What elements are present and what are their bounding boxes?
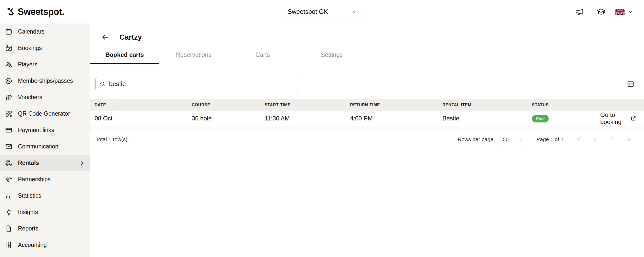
sidebar-item-memberships[interactable]: Memberships/passes bbox=[0, 73, 90, 89]
envelope-icon bbox=[5, 143, 12, 150]
tab-reservations[interactable]: Reservations bbox=[159, 51, 228, 64]
sweetspot-logo[interactable]: Sweetspot. bbox=[7, 7, 64, 17]
sidebar-item-label: Vouchers bbox=[18, 94, 42, 101]
table-header-row: DATE COURSE START TIME RETURN TIME RENTA… bbox=[90, 99, 644, 111]
search-input[interactable] bbox=[109, 80, 295, 88]
table-layout-button[interactable] bbox=[627, 80, 634, 88]
sidebar-item-label: Statistics bbox=[18, 192, 41, 199]
page-title: Cartzy bbox=[119, 33, 142, 41]
back-button[interactable] bbox=[101, 33, 109, 41]
sidebar-item-communication[interactable]: Communication bbox=[0, 138, 90, 155]
pagination-bar: Rows per page 50 Page 1 of 1 bbox=[458, 134, 634, 145]
table-bottom-strip bbox=[90, 126, 644, 130]
tab-carts[interactable]: Carts bbox=[228, 51, 297, 64]
sidebar-item-partnerships[interactable]: Partnerships bbox=[0, 171, 90, 188]
total-rows-text: Total 1 row(s). bbox=[96, 136, 129, 142]
sidebar-item-label: Reports bbox=[18, 225, 38, 232]
players-icon bbox=[5, 61, 12, 68]
announcement-icon bbox=[575, 7, 584, 16]
dots-vertical-icon[interactable] bbox=[114, 102, 120, 108]
sidebar-item-rentals[interactable]: Rentals bbox=[0, 155, 90, 171]
payment-card-icon bbox=[5, 126, 12, 134]
sidebar-item-calendars[interactable]: Calendars bbox=[0, 23, 90, 40]
next-page-icon bbox=[609, 136, 615, 143]
chevron-down-icon bbox=[628, 9, 633, 15]
booked-carts-table: DATE COURSE START TIME RETURN TIME RENTA… bbox=[90, 99, 644, 145]
organization-selector[interactable]: Sweetspot GK bbox=[282, 4, 362, 20]
previous-page-icon bbox=[592, 136, 599, 143]
first-page-button[interactable] bbox=[574, 134, 584, 144]
membership-heart-icon bbox=[5, 77, 12, 85]
sidebar-item-players[interactable]: Players bbox=[0, 56, 90, 73]
chevron-right-icon bbox=[79, 160, 85, 166]
go-to-booking-link[interactable]: Go to booking bbox=[600, 111, 636, 125]
topbar-actions bbox=[575, 5, 637, 19]
sidebar-item-label: Memberships/passes bbox=[18, 78, 73, 84]
topbar-divider bbox=[590, 8, 590, 16]
rows-per-page-value: 50 bbox=[503, 136, 509, 142]
chevron-down-icon bbox=[518, 137, 523, 142]
next-page-button[interactable] bbox=[607, 134, 617, 144]
booking-calendar-check-icon bbox=[5, 44, 12, 52]
rows-per-page: Rows per page 50 bbox=[458, 134, 526, 145]
cell-start-time: 11:30 AM bbox=[265, 115, 350, 122]
sidebar-item-label: QR Code Generator bbox=[18, 110, 70, 117]
cell-return-time: 4:00 PM bbox=[350, 115, 442, 122]
topbar: Sweetspot. Sweetspot GK bbox=[0, 0, 644, 23]
sidebar-item-label: Bookings bbox=[18, 45, 42, 52]
brand-name: Sweetspot. bbox=[18, 7, 64, 17]
announcement-button[interactable] bbox=[575, 7, 584, 16]
previous-page-button[interactable] bbox=[590, 134, 600, 144]
column-header-date: DATE bbox=[95, 102, 192, 108]
document-icon bbox=[5, 225, 12, 232]
toolbar bbox=[90, 77, 644, 91]
cell-date: 08 Oct bbox=[95, 115, 192, 122]
sidebar-item-insights[interactable]: Insights bbox=[0, 204, 90, 220]
last-page-button[interactable] bbox=[624, 134, 634, 144]
search-icon bbox=[99, 81, 106, 87]
sidebar: Calendars Bookings Players Memberships/p… bbox=[0, 23, 90, 257]
bar-chart-icon bbox=[5, 192, 12, 199]
tab-settings[interactable]: Settings bbox=[297, 51, 366, 64]
sidebar-item-vouchers[interactable]: Vouchers bbox=[0, 89, 90, 106]
main-content: Cartzy Booked carts Reservations Carts S… bbox=[90, 23, 644, 257]
gift-icon bbox=[5, 94, 12, 101]
sidebar-item-accounting[interactable]: Accounting bbox=[0, 237, 90, 253]
sidebar-item-label: Payment links bbox=[18, 127, 54, 134]
table-footer: Total 1 row(s). Rows per page 50 Page 1 … bbox=[90, 134, 644, 145]
column-header-status: STATUS bbox=[532, 103, 600, 107]
tab-booked-carts[interactable]: Booked carts bbox=[90, 51, 159, 64]
sidebar-item-qr-code-generator[interactable]: QR Code Generator bbox=[0, 106, 90, 122]
column-label-date: DATE bbox=[95, 103, 106, 107]
sidebar-item-statistics[interactable]: Statistics bbox=[0, 188, 90, 204]
page-info: Page 1 of 1 bbox=[536, 136, 564, 142]
sidebar-item-bookings[interactable]: Bookings bbox=[0, 40, 90, 56]
sidebar-item-label: Calendars bbox=[18, 28, 45, 35]
cell-course: 36 hole bbox=[192, 115, 265, 122]
pagination-controls bbox=[574, 134, 634, 144]
rows-per-page-label: Rows per page bbox=[458, 136, 493, 142]
sweetspot-logo-icon bbox=[7, 7, 15, 17]
column-header-rental-item: RENTAL ITEM bbox=[442, 103, 532, 107]
lightbulb-icon bbox=[5, 209, 12, 216]
organization-name: Sweetspot GK bbox=[288, 8, 328, 15]
page-header: Cartzy bbox=[101, 31, 644, 43]
academy-button[interactable] bbox=[596, 7, 606, 16]
app-layout: Calendars Bookings Players Memberships/p… bbox=[0, 23, 644, 257]
calendar-icon bbox=[5, 28, 12, 35]
sidebar-item-label: Partnerships bbox=[18, 176, 51, 183]
qr-code-icon bbox=[5, 110, 12, 117]
last-page-icon bbox=[626, 136, 632, 143]
sidebar-item-payment-links[interactable]: Payment links bbox=[0, 122, 90, 138]
handshake-icon bbox=[5, 176, 12, 183]
search-box bbox=[95, 77, 299, 91]
column-header-return-time: RETURN TIME bbox=[350, 103, 442, 107]
cell-rental-item: Bestie bbox=[442, 115, 532, 122]
sidebar-item-label: Players bbox=[18, 61, 37, 68]
sidebar-item-reports[interactable]: Reports bbox=[0, 220, 90, 237]
uk-flag-icon bbox=[615, 9, 625, 15]
chevron-down-icon bbox=[352, 9, 358, 15]
rows-per-page-select[interactable]: 50 bbox=[500, 134, 526, 145]
sidebar-item-label: Insights bbox=[18, 209, 38, 216]
language-selector[interactable] bbox=[612, 5, 637, 19]
